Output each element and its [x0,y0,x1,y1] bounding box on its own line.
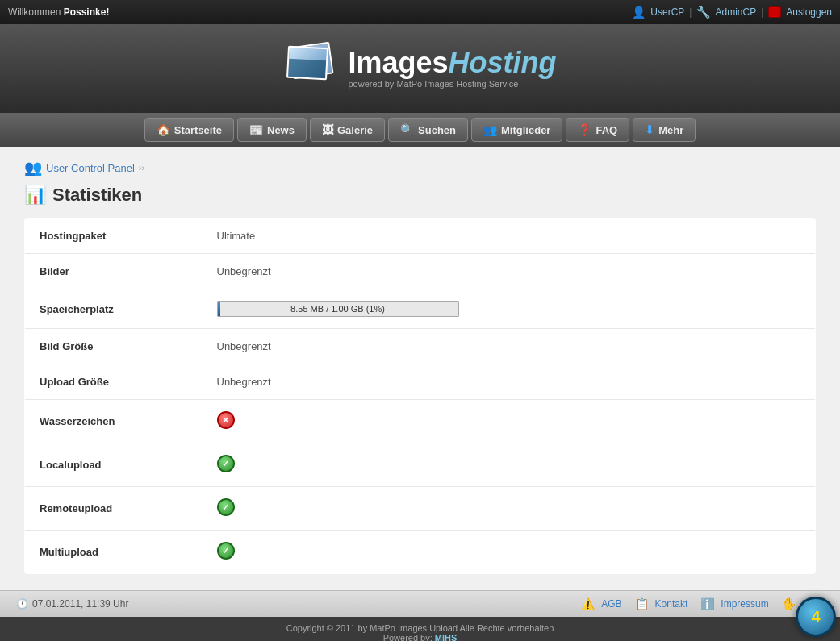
stat-label: Hostingpaket [25,219,203,254]
stat-value [203,400,816,443]
table-row: BilderUnbegrenzt [25,254,816,289]
more-icon [645,123,654,136]
nav-item-startseite[interactable]: Startseite [144,118,234,142]
stat-value: Ultimate [203,219,816,254]
main-container: 👥 User Control Panel ›› 📊 Statistiken Ho… [0,147,840,590]
welcome-prefix: Willkommen [8,6,61,18]
stat-label: Spaeicherplatz [25,289,203,329]
nav-label-news: News [267,124,295,136]
admincp-link[interactable]: AdminCP [715,6,756,18]
nav-item-galerie[interactable]: Galerie [310,118,385,142]
table-row: HostingpaketUltimate [25,219,816,254]
breadcrumb-chevrons: ›› [139,163,144,173]
stat-label: Localupload [25,443,203,487]
stats-table: HostingpaketUltimateBilderUnbegrenztSpae… [24,218,816,574]
progress-bar-fill [218,302,220,316]
check-icon [217,542,235,560]
stat-value: Unbegrenzt [203,329,816,364]
powered-brand: MIHS [435,633,458,641]
check-icon [217,498,235,516]
table-row: Localupload [25,443,816,487]
stat-value: 8.55 MB / 1.00 GB (1%) [203,289,816,329]
stat-value [203,443,816,487]
stat-label: Bilder [25,254,203,289]
progress-bar-wrap: 8.55 MB / 1.00 GB (1%) [217,301,459,317]
badge-label: 4 [811,608,820,626]
page-title-area: 📊 Statistiken [24,185,816,206]
home-icon [157,123,170,136]
table-row: Upload GrößeUnbegrenzt [25,364,816,400]
breadcrumb-icon: 👥 [24,159,42,177]
impressum-link[interactable]: Impressum [721,598,768,610]
nav-label-startseite: Startseite [174,124,222,136]
nav-item-faq[interactable]: FAQ [566,118,629,142]
stat-label: Upload Größe [25,364,203,400]
nav-item-mehr[interactable]: Mehr [633,118,696,142]
separator-2: | [761,6,763,18]
footer-bar: 07.01.2011, 11:39 Uhr ⚠️ AGB 📋 Kontakt ℹ… [0,590,840,617]
nav-label-suchen: Suchen [418,124,456,136]
logo-title: ImagesHosting [348,48,556,77]
clock-icon [16,598,28,610]
gallery-icon [322,123,333,136]
nav-item-news[interactable]: News [237,118,307,142]
nav-label-mehr: Mehr [658,124,683,136]
stat-value: Unbegrenzt [203,364,816,400]
powered-label: Powered by: [383,633,433,641]
nav-label-mitglieder: Mitglieder [501,124,550,136]
logo-image [283,40,340,97]
agb-link[interactable]: AGB [601,598,621,610]
logout-icon [768,6,781,18]
bottom-badge: 4 [796,597,836,637]
nav-item-suchen[interactable]: Suchen [388,118,468,142]
table-row: Bild GrößeUnbegrenzt [25,329,816,364]
search-icon [400,123,414,136]
copyright-text: Copyright © 2011 by MatPo Images Upload … [16,623,824,633]
breadcrumb-link[interactable]: User Control Panel [46,162,135,174]
logo-text: ImagesHosting powered by MatPo Images Ho… [348,48,556,89]
top-bar: Willkommen Possinke! UserCP | AdminCP | … [0,0,840,24]
footer-links: ⚠️ AGB 📋 Kontakt ℹ️ Impressum 🖐 Hallo [581,597,824,610]
kontakt-link[interactable]: Kontakt [655,598,688,610]
timestamp: 07.01.2011, 11:39 Uhr [32,598,128,610]
faq-icon [578,123,591,136]
stat-value: Unbegrenzt [203,254,816,289]
logo-subtitle: powered by MatPo Images Hosting Service [348,79,556,89]
user-links: UserCP | AdminCP | Ausloggen [632,6,832,19]
check-icon [217,455,235,472]
kontakt-icon: 📋 [635,597,649,610]
hallo-icon: 🖐 [782,597,796,610]
stat-label: Wasserzeichen [25,400,203,443]
usercp-link[interactable]: UserCP [650,6,684,18]
stat-value [203,531,816,574]
table-row: Spaeicherplatz8.55 MB / 1.00 GB (1%) [25,289,816,329]
logout-link[interactable]: Ausloggen [786,6,832,18]
nav-label-faq: FAQ [596,124,617,136]
agb-icon: ⚠️ [581,597,595,610]
table-row: Multiupload [25,531,816,574]
impressum-icon: ℹ️ [700,597,714,610]
logo-area: ImagesHosting powered by MatPo Images Ho… [283,40,556,97]
table-row: Remoteupload [25,487,816,531]
nav-item-mitglieder[interactable]: Mitglieder [471,118,562,142]
news-icon [249,123,263,136]
nav-bar: Startseite News Galerie Suchen Mitgliede… [0,113,840,147]
copyright-bar: Copyright © 2011 by MatPo Images Upload … [0,617,840,641]
footer-time: 07.01.2011, 11:39 Uhr [16,598,128,610]
welcome-message: Willkommen Possinke! [8,6,109,18]
admincp-icon [696,6,710,19]
progress-bar-label: 8.55 MB / 1.00 GB (1%) [290,304,385,314]
stat-label: Bild Größe [25,329,203,364]
photo-front [286,46,328,81]
page-title-icon: 📊 [24,185,46,206]
nav-label-galerie: Galerie [337,124,373,136]
page-title: Statistiken [52,185,142,206]
stat-label: Remoteupload [25,487,203,531]
members-icon [483,123,497,136]
stat-label: Multiupload [25,531,203,574]
separator-1: | [689,6,692,18]
usercp-icon [632,6,646,19]
copyright-main: Copyright © 2011 by MatPo Images Upload … [286,623,554,633]
logo-hosting-text: Hosting [449,46,557,79]
header: ImagesHosting powered by MatPo Images Ho… [0,24,840,113]
